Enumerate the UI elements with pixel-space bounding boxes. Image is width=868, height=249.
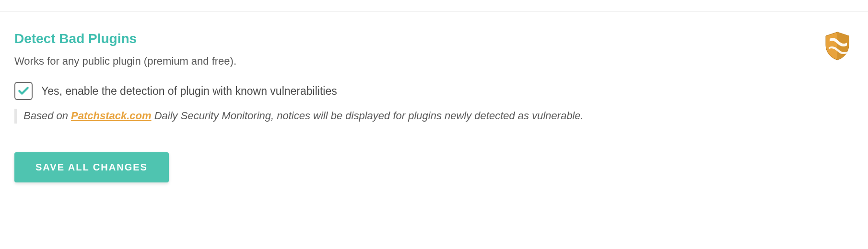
checkmark-icon bbox=[17, 85, 30, 97]
section-title: Detect Bad Plugins bbox=[14, 31, 854, 46]
note-suffix: Daily Security Monitoring, notices will … bbox=[152, 110, 584, 122]
enable-detection-checkbox[interactable] bbox=[14, 82, 33, 100]
info-note: Based on Patchstack.com Daily Security M… bbox=[14, 109, 854, 124]
patchstack-link[interactable]: Patchstack.com bbox=[71, 110, 152, 122]
save-all-changes-button[interactable]: SAVE ALL CHANGES bbox=[14, 152, 169, 182]
note-text: Based on Patchstack.com Daily Security M… bbox=[23, 109, 854, 124]
enable-detection-label[interactable]: Yes, enable the detection of plugin with… bbox=[41, 85, 337, 98]
note-prefix: Based on bbox=[23, 110, 71, 122]
enable-detection-option: Yes, enable the detection of plugin with… bbox=[14, 82, 854, 100]
shield-logo-icon bbox=[824, 31, 851, 61]
section-subtitle: Works for any public plugin (premium and… bbox=[14, 55, 854, 68]
settings-section: Detect Bad Plugins Works for any public … bbox=[0, 12, 868, 197]
